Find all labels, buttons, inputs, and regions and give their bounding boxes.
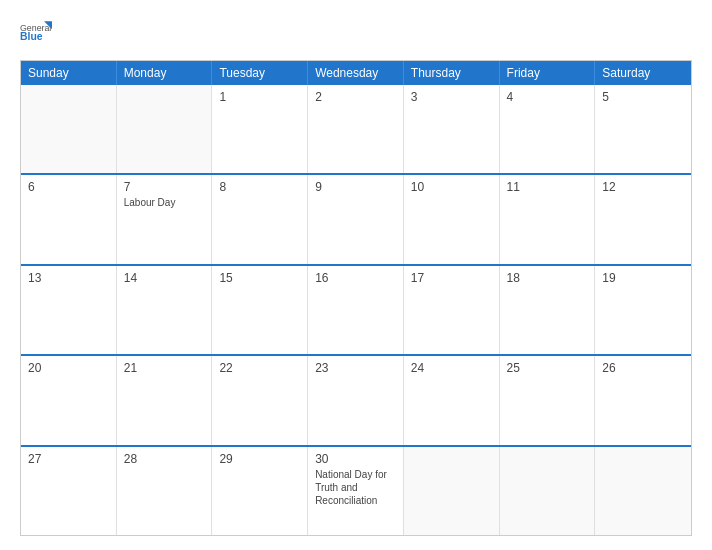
day-number: 25 <box>507 361 588 375</box>
day-number: 16 <box>315 271 396 285</box>
day-number: 17 <box>411 271 492 285</box>
day-cell: 6 <box>21 175 117 263</box>
day-cell: 7Labour Day <box>117 175 213 263</box>
day-cell: 19 <box>595 266 691 354</box>
day-cell: 30National Day for Truth and Reconciliat… <box>308 447 404 535</box>
week-row-5: 27282930National Day for Truth and Recon… <box>21 445 691 535</box>
day-number: 18 <box>507 271 588 285</box>
day-cell: 25 <box>500 356 596 444</box>
day-number: 15 <box>219 271 300 285</box>
day-cell: 14 <box>117 266 213 354</box>
day-header-friday: Friday <box>500 61 596 85</box>
day-number: 1 <box>219 90 300 104</box>
day-number: 28 <box>124 452 205 466</box>
day-number: 27 <box>28 452 109 466</box>
day-cell: 16 <box>308 266 404 354</box>
day-cell: 27 <box>21 447 117 535</box>
day-cell: 3 <box>404 85 500 173</box>
day-number: 13 <box>28 271 109 285</box>
day-header-sunday: Sunday <box>21 61 117 85</box>
week-row-1: 12345 <box>21 85 691 173</box>
day-number: 19 <box>602 271 684 285</box>
day-cell: 15 <box>212 266 308 354</box>
day-number: 22 <box>219 361 300 375</box>
day-number: 30 <box>315 452 396 466</box>
day-header-saturday: Saturday <box>595 61 691 85</box>
day-header-thursday: Thursday <box>404 61 500 85</box>
day-cell: 11 <box>500 175 596 263</box>
day-cell: 17 <box>404 266 500 354</box>
day-cell: 29 <box>212 447 308 535</box>
day-number: 4 <box>507 90 588 104</box>
calendar-page: General Blue SundayMondayTuesdayWednesda… <box>0 0 712 550</box>
day-cell: 9 <box>308 175 404 263</box>
day-event: Labour Day <box>124 196 205 209</box>
day-cell <box>21 85 117 173</box>
day-cell: 21 <box>117 356 213 444</box>
day-number: 12 <box>602 180 684 194</box>
day-cell: 13 <box>21 266 117 354</box>
day-cell: 20 <box>21 356 117 444</box>
day-cell: 12 <box>595 175 691 263</box>
day-cell <box>595 447 691 535</box>
week-row-2: 67Labour Day89101112 <box>21 173 691 263</box>
header: General Blue <box>20 18 692 50</box>
day-cell: 1 <box>212 85 308 173</box>
day-cell: 22 <box>212 356 308 444</box>
day-number: 3 <box>411 90 492 104</box>
day-cell: 4 <box>500 85 596 173</box>
logo-icon: General Blue <box>20 18 52 50</box>
day-cell <box>500 447 596 535</box>
day-cell <box>117 85 213 173</box>
logo: General Blue <box>20 18 52 50</box>
day-number: 6 <box>28 180 109 194</box>
day-header-tuesday: Tuesday <box>212 61 308 85</box>
calendar-grid: SundayMondayTuesdayWednesdayThursdayFrid… <box>20 60 692 536</box>
day-cell: 23 <box>308 356 404 444</box>
day-number: 7 <box>124 180 205 194</box>
day-number: 2 <box>315 90 396 104</box>
day-number: 8 <box>219 180 300 194</box>
day-number: 26 <box>602 361 684 375</box>
week-row-4: 20212223242526 <box>21 354 691 444</box>
day-number: 21 <box>124 361 205 375</box>
day-number: 29 <box>219 452 300 466</box>
day-number: 9 <box>315 180 396 194</box>
day-headers-row: SundayMondayTuesdayWednesdayThursdayFrid… <box>21 61 691 85</box>
day-cell: 5 <box>595 85 691 173</box>
day-number: 10 <box>411 180 492 194</box>
day-header-monday: Monday <box>117 61 213 85</box>
day-number: 11 <box>507 180 588 194</box>
day-cell: 10 <box>404 175 500 263</box>
weeks-container: 1234567Labour Day89101112131415161718192… <box>21 85 691 535</box>
day-number: 23 <box>315 361 396 375</box>
day-number: 24 <box>411 361 492 375</box>
day-cell: 26 <box>595 356 691 444</box>
day-cell: 2 <box>308 85 404 173</box>
day-cell: 8 <box>212 175 308 263</box>
day-number: 5 <box>602 90 684 104</box>
day-number: 20 <box>28 361 109 375</box>
day-number: 14 <box>124 271 205 285</box>
week-row-3: 13141516171819 <box>21 264 691 354</box>
day-header-wednesday: Wednesday <box>308 61 404 85</box>
day-cell <box>404 447 500 535</box>
day-cell: 28 <box>117 447 213 535</box>
day-cell: 18 <box>500 266 596 354</box>
svg-text:Blue: Blue <box>20 31 43 42</box>
day-event: National Day for Truth and Reconciliatio… <box>315 468 396 507</box>
day-cell: 24 <box>404 356 500 444</box>
